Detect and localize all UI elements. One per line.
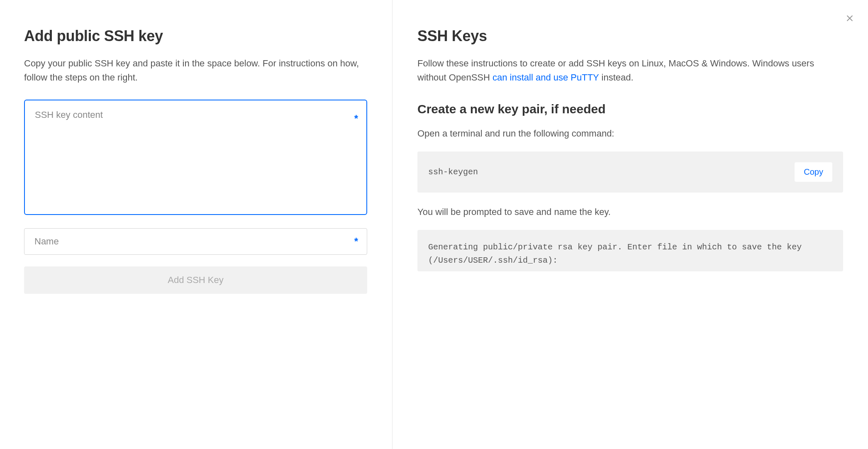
- instructions-title: SSH Keys: [417, 25, 843, 47]
- copy-button[interactable]: Copy: [795, 162, 832, 182]
- putty-link[interactable]: can install and use PuTTY: [493, 72, 599, 83]
- instructions-intro: Follow these instructions to create or a…: [417, 56, 843, 85]
- page-description: Copy your public SSH key and paste it in…: [24, 56, 367, 85]
- close-icon: [846, 14, 854, 22]
- page-title: Add public SSH key: [24, 25, 367, 47]
- step2-instruction: You will be prompted to save and name th…: [417, 205, 843, 219]
- command-block: ssh-keygen Copy: [417, 151, 843, 193]
- create-keypair-heading: Create a new key pair, if needed: [417, 100, 843, 118]
- ssh-content-field-wrapper: *: [24, 100, 367, 218]
- instructions-panel: SSH Keys Follow these instructions to cr…: [392, 0, 868, 449]
- add-key-panel: Add public SSH key Copy your public SSH …: [0, 0, 392, 449]
- add-ssh-key-button[interactable]: Add SSH Key: [24, 266, 367, 294]
- name-field-wrapper: *: [24, 228, 367, 255]
- ssh-key-content-input[interactable]: [24, 100, 367, 215]
- required-asterisk-icon: *: [354, 234, 358, 249]
- step1-instruction: Open a terminal and run the following co…: [417, 127, 843, 141]
- required-asterisk-icon: *: [354, 111, 358, 126]
- command-text: ssh-keygen: [428, 166, 478, 178]
- ssh-key-name-input[interactable]: [24, 228, 367, 255]
- close-button[interactable]: [844, 12, 856, 24]
- terminal-output-block: Generating public/private rsa key pair. …: [417, 230, 843, 271]
- intro-text-after: instead.: [599, 72, 633, 83]
